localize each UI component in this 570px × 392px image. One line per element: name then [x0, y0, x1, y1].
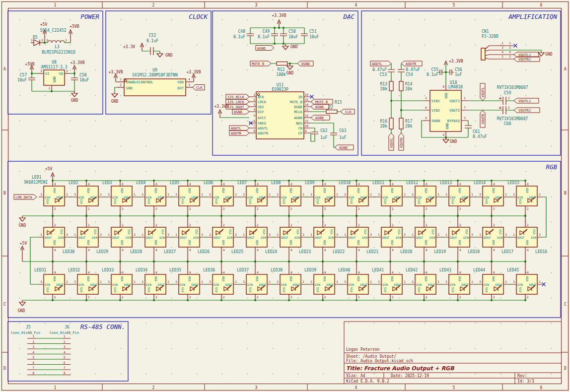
svg-text:10: 10	[305, 124, 309, 128]
r14-body[interactable]	[399, 81, 403, 91]
c58-symbol[interactable]	[71, 78, 78, 80]
power-arrow-33vb	[73, 65, 76, 73]
rs485-pin-rows: 1122334455667788	[27, 334, 71, 375]
c50-symbol[interactable]	[280, 34, 287, 36]
svg-text:C53: C53	[380, 72, 387, 77]
svg-text:1: 1	[134, 193, 136, 196]
amp-section-box[interactable]	[361, 11, 561, 155]
svg-text:+3.3VB: +3.3VB	[71, 61, 85, 65]
svg-text:1: 1	[499, 106, 501, 109]
diode-symbol[interactable]	[34, 40, 40, 46]
svg-text:4: 4	[358, 182, 360, 186]
svg-text:1: 1	[201, 193, 203, 196]
led-cell-led27: 1324DOUTDINVSSVDDLED27	[140, 215, 176, 262]
c63-symbol[interactable]	[330, 133, 337, 135]
c61-symbol[interactable]	[465, 126, 472, 128]
frame-col-number: 3	[255, 386, 258, 390]
c49-symbol[interactable]	[271, 34, 278, 36]
titleblock-date: Date: 2025-12-19	[391, 374, 429, 378]
svg-text:3: 3	[40, 69, 42, 72]
svg-text:I2S LRCK: I2S LRCK	[227, 100, 245, 104]
c54-symbol[interactable]	[398, 69, 405, 72]
svg-text:DGND: DGND	[315, 105, 324, 109]
c53-symbol[interactable]	[388, 69, 395, 72]
c51-symbol[interactable]	[301, 34, 308, 36]
svg-text:VDD: VDD	[390, 188, 394, 193]
svg-text:4: 4	[155, 248, 157, 252]
led-ref: LED44	[473, 268, 485, 272]
j5-pin-number: 6	[32, 361, 34, 364]
c57-symbol[interactable]	[28, 78, 35, 80]
c59-symbol[interactable]	[503, 97, 506, 105]
led-ref: LED10	[339, 181, 351, 185]
svg-text:VOUT1: VOUT1	[449, 99, 460, 103]
gnd-symbol	[112, 94, 118, 97]
svg-text:1: 1	[445, 233, 447, 236]
svg-text:R14: R14	[405, 82, 413, 86]
power-arrow	[114, 74, 118, 82]
r16-body[interactable]	[389, 118, 393, 129]
svg-text:AOUTL: AOUTL	[231, 127, 241, 131]
svg-text:2: 2	[122, 295, 124, 299]
j5-pin-number: 7	[32, 366, 34, 369]
c52-symbol[interactable]	[150, 47, 153, 55]
r13-body[interactable]	[389, 81, 393, 91]
svg-text:R15: R15	[335, 100, 342, 105]
svg-text:VSS: VSS	[316, 198, 319, 204]
led-ref: LED25	[231, 250, 243, 254]
svg-text:3: 3	[74, 193, 76, 196]
svg-text:DOUT: DOUT	[158, 196, 165, 199]
inductor-symbol[interactable]	[48, 41, 65, 43]
svg-text:DIN: DIN	[227, 236, 232, 239]
svg-text:C51: C51	[309, 29, 317, 34]
led-cell-led5: 3142DINDOUTVDDVSSLED5	[170, 180, 208, 217]
svg-text:3: 3	[209, 193, 211, 196]
svg-text:DOUT: DOUT	[293, 196, 300, 199]
svg-text:VSS: VSS	[499, 229, 502, 234]
led-ref: LED43	[439, 268, 451, 272]
svg-text:GND: GND	[53, 76, 57, 83]
svg-text:6: 6	[425, 106, 427, 109]
svg-text:AOUTR: AOUTR	[406, 62, 417, 66]
svg-text:MUTE_B: MUTE_B	[315, 100, 328, 104]
svg-text:3: 3	[437, 233, 439, 236]
svg-text:GND: GND	[545, 52, 553, 57]
svg-text:1: 1	[31, 38, 33, 42]
c48-symbol[interactable]	[247, 34, 254, 36]
svg-text:3: 3	[378, 280, 380, 283]
clock-section-box[interactable]	[106, 11, 211, 114]
led-cell-led31: 3142DINDOUTVDDVSSLED31	[34, 261, 72, 301]
svg-text:DOUT: DOUT	[529, 196, 537, 199]
frame-col-number: 5	[453, 386, 455, 390]
cn1-body[interactable]	[481, 48, 485, 60]
r15-body[interactable]	[326, 110, 337, 114]
r17-body[interactable]	[399, 118, 403, 129]
u10-value: LM4810	[448, 85, 463, 89]
svg-text:AGND: AGND	[294, 116, 302, 120]
svg-text:VDD: VDD	[444, 93, 448, 99]
c60-symbol[interactable]	[503, 106, 506, 114]
svg-text:7: 7	[464, 106, 466, 109]
svg-text:3: 3	[108, 280, 110, 283]
svg-text:0.47uF: 0.47uF	[473, 134, 487, 139]
c62-symbol[interactable]	[311, 132, 318, 134]
svg-text:4: 4	[223, 270, 225, 274]
led-ref: LED30	[63, 250, 74, 254]
svg-text:2: 2	[54, 207, 56, 210]
r12-body[interactable]	[277, 62, 287, 65]
rs485-section-box[interactable]	[8, 322, 128, 381]
c56-symbol[interactable]	[450, 69, 452, 75]
titleblock-sheet: Sheet: /Audio Output/	[346, 354, 396, 359]
svg-text:VO: VO	[59, 72, 63, 76]
led-cell-led16: 1324DOUTDINVSSVDDLED16	[511, 215, 547, 262]
svg-text:20k: 20k	[405, 124, 413, 129]
schematic-canvas[interactable]: POWER +5V SS54_C22452 D5 1 2 2 1 L3 BLM2…	[0, 0, 570, 392]
svg-text:AGND: AGND	[339, 146, 348, 150]
svg-text:2: 2	[223, 295, 225, 299]
j6-pin-number: 6	[64, 361, 66, 364]
svg-text:4: 4	[527, 248, 529, 252]
svg-text:DGND: DGND	[301, 62, 310, 66]
led-ref: LED32	[68, 268, 80, 272]
svg-text:VSS: VSS	[195, 229, 198, 234]
c55-symbol[interactable]	[440, 69, 442, 75]
